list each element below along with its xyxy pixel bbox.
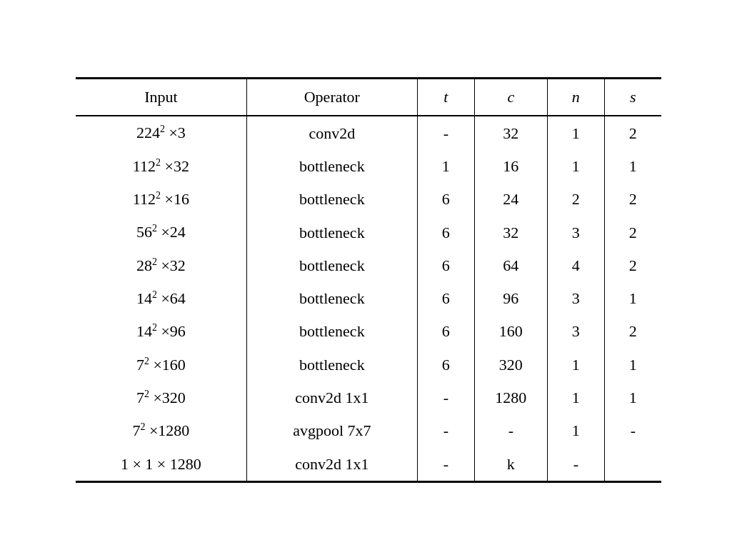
table-row: 2242 ×3conv2d-3212 xyxy=(76,116,661,149)
cell-s: 2 xyxy=(604,315,661,348)
header-s: s xyxy=(604,79,661,116)
cell-s: 2 xyxy=(604,249,661,282)
cell-s: 2 xyxy=(604,183,661,216)
cell-s: - xyxy=(604,414,661,447)
table-row: 1122 ×32bottleneck11611 xyxy=(76,150,661,183)
cell-c: 96 xyxy=(474,282,547,315)
cell-input: 282 ×32 xyxy=(76,249,246,282)
cell-operator: conv2d 1x1 xyxy=(246,448,417,482)
cell-n: 2 xyxy=(548,183,605,216)
table-row: 142 ×96bottleneck616032 xyxy=(76,315,661,348)
architecture-table: Input Operator t c n s 2242 ×3conv2d-321… xyxy=(76,77,661,482)
cell-s: 1 xyxy=(604,349,661,381)
cell-t: - xyxy=(417,448,474,482)
cell-operator: avgpool 7x7 xyxy=(246,414,417,447)
cell-t: 6 xyxy=(417,183,474,216)
cell-n: 1 xyxy=(548,381,605,414)
cell-operator: bottleneck xyxy=(246,349,417,381)
cell-c: 16 xyxy=(474,150,547,183)
cell-s: 2 xyxy=(604,116,661,149)
cell-input: 1122 ×16 xyxy=(76,183,246,216)
cell-input: 2242 ×3 xyxy=(76,116,246,149)
cell-n: 1 xyxy=(548,116,605,149)
header-input: Input xyxy=(76,79,246,116)
cell-s: 1 xyxy=(604,282,661,315)
cell-operator: bottleneck xyxy=(246,150,417,183)
cell-c: - xyxy=(474,414,547,447)
cell-n: 3 xyxy=(548,315,605,348)
cell-input: 142 ×96 xyxy=(76,315,246,348)
table-row: 72 ×320conv2d 1x1-128011 xyxy=(76,381,661,414)
cell-input: 562 ×24 xyxy=(76,216,246,249)
cell-c: 32 xyxy=(474,216,547,249)
cell-n: 1 xyxy=(548,150,605,183)
cell-input: 1 × 1 × 1280 xyxy=(76,448,246,482)
table-container: Input Operator t c n s 2242 ×3conv2d-321… xyxy=(76,77,661,482)
header-t: t xyxy=(417,79,474,116)
table-row: 72 ×1280avgpool 7x7--1- xyxy=(76,414,661,447)
cell-n: 4 xyxy=(548,249,605,282)
cell-s: 1 xyxy=(604,381,661,414)
cell-c: 24 xyxy=(474,183,547,216)
cell-operator: conv2d xyxy=(246,116,417,149)
cell-operator: bottleneck xyxy=(246,183,417,216)
cell-c: k xyxy=(474,448,547,482)
cell-operator: conv2d 1x1 xyxy=(246,381,417,414)
table-row: 72 ×160bottleneck632011 xyxy=(76,349,661,381)
cell-n: 3 xyxy=(548,216,605,249)
cell-s: 1 xyxy=(604,150,661,183)
cell-s: 2 xyxy=(604,216,661,249)
cell-t: 6 xyxy=(417,282,474,315)
table-row: 1122 ×16bottleneck62422 xyxy=(76,183,661,216)
cell-operator: bottleneck xyxy=(246,315,417,348)
cell-input: 72 ×160 xyxy=(76,349,246,381)
table-row: 282 ×32bottleneck66442 xyxy=(76,249,661,282)
header-c: c xyxy=(474,79,547,116)
cell-operator: bottleneck xyxy=(246,216,417,249)
cell-operator: bottleneck xyxy=(246,282,417,315)
cell-t: 6 xyxy=(417,315,474,348)
cell-t: - xyxy=(417,116,474,149)
cell-input: 72 ×320 xyxy=(76,381,246,414)
cell-n: 3 xyxy=(548,282,605,315)
cell-t: 6 xyxy=(417,249,474,282)
table-row: 142 ×64bottleneck69631 xyxy=(76,282,661,315)
cell-t: - xyxy=(417,414,474,447)
cell-c: 160 xyxy=(474,315,547,348)
table-row: 1 × 1 × 1280conv2d 1x1-k- xyxy=(76,448,661,482)
cell-input: 142 ×64 xyxy=(76,282,246,315)
cell-c: 64 xyxy=(474,249,547,282)
cell-n: 1 xyxy=(548,349,605,381)
cell-t: 6 xyxy=(417,216,474,249)
cell-n: - xyxy=(548,448,605,482)
cell-t: 1 xyxy=(417,150,474,183)
header-n: n xyxy=(548,79,605,116)
cell-c: 1280 xyxy=(474,381,547,414)
cell-c: 32 xyxy=(474,116,547,149)
cell-input: 72 ×1280 xyxy=(76,414,246,447)
cell-t: - xyxy=(417,381,474,414)
cell-t: 6 xyxy=(417,349,474,381)
cell-operator: bottleneck xyxy=(246,249,417,282)
cell-n: 1 xyxy=(548,414,605,447)
cell-input: 1122 ×32 xyxy=(76,150,246,183)
cell-s xyxy=(604,448,661,482)
header-operator: Operator xyxy=(246,79,417,116)
cell-c: 320 xyxy=(474,349,547,381)
table-row: 562 ×24bottleneck63232 xyxy=(76,216,661,249)
